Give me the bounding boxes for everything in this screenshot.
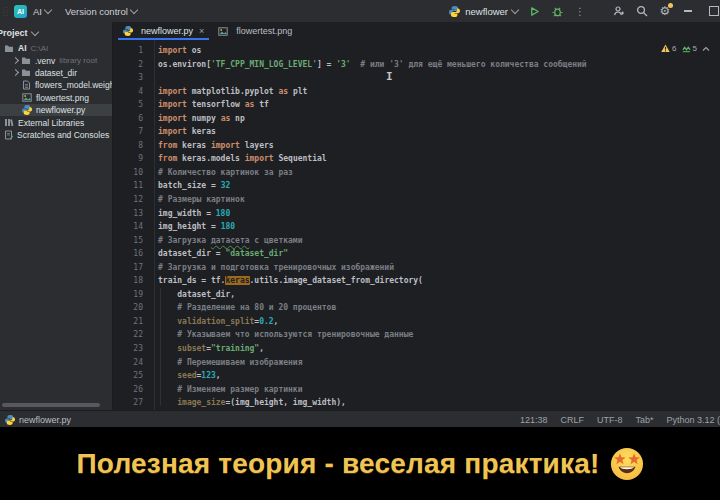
tab-flowertest-png[interactable]: flowertest.png [211,22,299,40]
line-number: 11 [113,179,143,193]
line-number: 17 [113,261,143,275]
run-button[interactable] [527,4,541,18]
editor-tab-bar: newflower.py×flowertest.png [113,22,720,40]
line-number: 5 [113,98,143,112]
close-tab-icon[interactable]: × [199,26,204,36]
more-actions-button[interactable]: ⋮ [573,4,587,18]
chevron-down-icon [30,28,38,36]
line-number: 4 [113,85,143,99]
image-icon [218,27,228,36]
main-toolbar: :::: AI AI Version control newflower [0,0,720,23]
line-number: 18 [113,274,143,288]
status-widget[interactable]: Tab* [635,415,653,425]
search-everywhere-icon[interactable] [635,4,649,18]
status-bar: newflower.py 121:38CRLFUTF-8Tab*Python 3… [0,410,720,428]
tree-item-flowertest-png[interactable]: flowertest.png [0,92,112,104]
status-current-file[interactable]: newflower.py [0,415,71,425]
code-line-25: seed=123, [158,369,720,383]
debug-button[interactable] [550,4,564,18]
folder-icon [21,56,31,65]
status-widget[interactable]: UTF-8 [597,415,623,425]
line-number: 9 [113,152,143,166]
status-widget[interactable]: CRLF [560,415,584,425]
tree-item-label: flowers_model.weights.h5 [35,80,113,90]
tree-item-label: Scratches and Consoles [17,130,109,140]
code-line-24: # Перемешиваем изображения [158,356,720,370]
typo-icon [682,45,691,53]
line-number: 6 [113,112,143,126]
window-maximize-button[interactable] [704,4,718,18]
warning-icon [661,44,670,53]
python-icon [123,26,133,36]
tree-item-ai[interactable]: AIC:\AI [0,42,112,54]
tree-item-label: newflower.py [36,105,85,115]
code-editor[interactable]: 1234567891011121314151617181920212223242… [113,40,720,410]
window-drag-handle: :::: [3,6,8,16]
main-menu-button[interactable]: AI [33,6,51,17]
status-widgets: 121:38CRLFUTF-8Tab*Python 3.12 ( [520,415,720,425]
code-line-22: # Указываем что используются тренировочн… [158,328,720,342]
line-number: 14 [113,220,143,234]
line-number: 25 [113,369,143,383]
code-line-2: os.environ['TF_CPP_MIN_LOG_LEVEL'] = '3'… [158,58,720,72]
settings-gear-icon[interactable]: ⚙ [658,4,672,18]
line-number: 8 [113,139,143,153]
line-number: 21 [113,315,143,329]
version-control-widget[interactable]: Version control [65,6,137,17]
code-line-14: img_height = 180 [158,220,720,234]
inspections-widget[interactable]: 6 5 [661,44,710,53]
line-number: 22 [113,328,143,342]
line-number: 2 [113,58,143,72]
tree-item-external-libraries[interactable]: External Libraries [0,116,112,128]
project-panel-header[interactable]: Project [0,22,112,42]
image-icon [22,93,32,102]
tab-label: newflower.py [141,26,193,36]
chevron-expand-icon[interactable] [12,57,19,64]
python-icon [447,4,461,18]
python-icon [5,415,15,425]
tab-label: flowertest.png [236,26,292,36]
tree-item--venv[interactable]: .venvlibrary root [0,54,112,66]
line-number: 13 [113,207,143,221]
tree-item-scratches-and-consoles[interactable]: Scratches and Consoles [0,129,112,141]
chevron-expand-icon[interactable] [12,69,19,76]
project-panel: Project AIC:\AI.venvlibrary rootdataset_… [0,22,113,410]
ide-window: :::: AI AI Version control newflower [0,0,720,427]
window-minimize-button[interactable] [681,4,695,18]
chevron-down-icon [511,6,519,14]
line-number: 1 [113,44,143,58]
code-line-23: subset="training", [158,342,720,356]
tree-item-flowers-model-weights-h5[interactable]: flowers_model.weights.h5 [0,79,112,91]
code-line-18: train_ds = tf.keras.utils.image_dataset_… [158,274,720,288]
notification-dot [668,3,673,8]
code-line-1: import os [158,44,720,58]
status-widget[interactable]: Python 3.12 ( [666,415,720,425]
code-line-12: # Размеры картинок [158,193,720,207]
line-number: 24 [113,356,143,370]
run-configuration-selector[interactable]: newflower [447,4,518,18]
code-line-16: dataset_dir = "dataset_dir" [158,247,720,261]
tree-item-label: AI [18,43,27,53]
status-widget[interactable]: 121:38 [520,415,548,425]
tree-item-newflower-py[interactable]: newflower.py [0,104,112,116]
code-with-me-icon[interactable] [612,4,626,18]
code-line-4: import matplotlib.pyplot as plt [158,85,720,99]
code-line-6: import numpy as np [158,112,720,126]
star-struck-emoji [610,447,644,481]
code-line-17: # Загрузка и подготовка тренировочных из… [158,261,720,275]
library-icon [4,118,14,127]
folder-icon [4,44,14,53]
code-line-5: import tensorflow as tf [158,98,720,112]
project-horizontal-scrollbar[interactable] [2,403,100,407]
line-number: 7 [113,125,143,139]
tab-newflower-py[interactable]: newflower.py× [116,22,211,40]
caption-banner: Полезная теория - веселая практика! [0,427,720,500]
scratch-icon [4,130,13,140]
code-line-3 [158,71,720,85]
line-number: 16 [113,247,143,261]
line-number: 10 [113,166,143,180]
tree-item-dataset-dir[interactable]: dataset_dir [0,67,112,79]
file-icon [22,80,31,90]
tree-item-label: .venv [35,56,55,66]
tree-item-annotation: C:\AI [31,44,49,53]
